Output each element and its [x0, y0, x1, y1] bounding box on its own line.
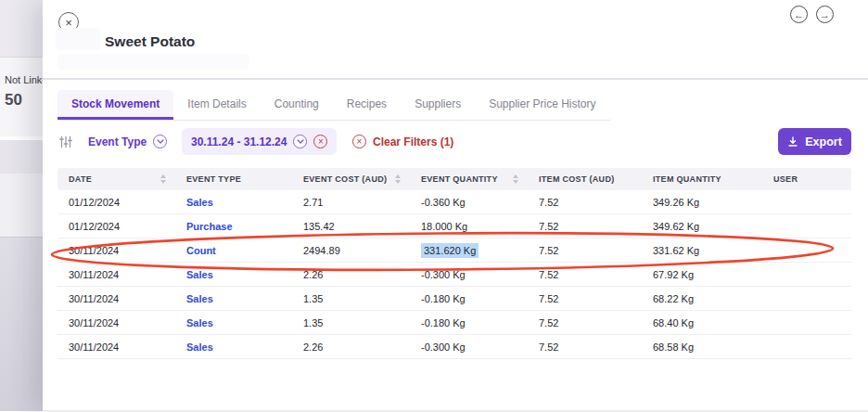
cell-item-cost: 7.52 — [528, 341, 642, 353]
event-type-link[interactable]: Count — [175, 245, 292, 256]
table-row[interactable]: 30/11/2024 Sales 2.26 -0.300 Kg 7.52 67.… — [57, 263, 851, 287]
cell-item-quantity: 68.40 Kg — [642, 317, 762, 328]
tab-recipes[interactable]: Recipes — [333, 90, 401, 120]
subtitle-placeholder — [57, 54, 249, 70]
cell-item-cost: 7.52 — [528, 245, 642, 256]
sort-icon[interactable] — [160, 174, 166, 184]
cell-item-quantity: 349.26 Kg — [642, 197, 762, 208]
item-detail-panel: × ← → Sweet Potato Stock Movement Item D… — [43, 0, 868, 412]
background-section — [0, 174, 43, 237]
column-header-item-cost: ITEM COST (AUD) — [528, 174, 642, 184]
column-header-event-type: EVENT TYPE — [175, 174, 292, 184]
highlighted-value: 331.620 Kg — [421, 243, 479, 258]
screen: Not Linke 50 × ← → Sweet Potato Stock Mo… — [0, 0, 868, 412]
cell-item-quantity: 68.22 Kg — [642, 293, 762, 304]
table-row[interactable]: 30/11/2024 Sales 2.26 -0.300 Kg 7.52 68.… — [57, 335, 851, 359]
event-type-link[interactable]: Sales — [175, 341, 292, 353]
cell-event-quantity: -0.180 Kg — [410, 317, 528, 328]
cell-event-quantity: -0.180 Kg — [410, 293, 528, 304]
cell-event-cost: 135.42 — [292, 221, 410, 232]
table-row[interactable]: 30/11/2024 Sales 1.35 -0.180 Kg 7.52 68.… — [57, 287, 851, 311]
date-range-value: 30.11.24 - 31.12.24 — [191, 135, 287, 148]
page-title: Sweet Potato — [105, 33, 195, 50]
cell-date: 30/11/2024 — [57, 293, 175, 304]
column-header-user: USER — [762, 174, 851, 184]
tab-suppliers[interactable]: Suppliers — [401, 90, 475, 120]
cell-event-quantity: -0.360 Kg — [410, 197, 528, 208]
export-button[interactable]: Export — [778, 128, 851, 155]
cell-event-quantity: -0.300 Kg — [410, 341, 528, 353]
column-header-item-quantity: ITEM QUANTITY — [642, 174, 762, 184]
cell-event-quantity: 18.000 Kg — [410, 221, 528, 232]
cell-date: 01/12/2024 — [57, 197, 175, 208]
event-type-link[interactable]: Sales — [175, 293, 292, 304]
remove-date-filter-icon[interactable]: × — [313, 135, 327, 148]
cell-item-cost: 7.52 — [528, 293, 642, 304]
cell-date: 30/11/2024 — [57, 317, 175, 328]
column-header-event-quantity: EVENT QUANTITY — [410, 174, 528, 184]
cell-event-cost: 2.26 — [292, 341, 410, 353]
cell-item-quantity: 349.62 Kg — [642, 221, 762, 232]
table-header: DATE EVENT TYPE EVENT COST (AUD) EVENT Q… — [57, 168, 851, 190]
clear-filters-icon[interactable]: × — [352, 135, 366, 148]
header-divider — [43, 78, 868, 80]
cell-event-cost: 1.35 — [292, 317, 410, 328]
not-linked-count: 50 — [5, 91, 43, 109]
table-row[interactable]: 01/12/2024 Purchase 135.42 18.000 Kg 7.5… — [57, 214, 851, 238]
event-type-filter[interactable]: Event Type — [88, 135, 167, 148]
cell-item-quantity: 67.92 Kg — [642, 269, 762, 280]
table-row[interactable]: 01/12/2024 Sales 2.71 -0.360 Kg 7.52 349… — [57, 190, 851, 214]
chevron-down-icon[interactable] — [153, 135, 167, 148]
table-row-count-circled[interactable]: 30/11/2024 Count 2494.89 331.620 Kg 7.52… — [57, 238, 851, 263]
cell-date: 30/11/2024 — [57, 269, 175, 280]
cell-event-quantity-highlighted: 331.620 Kg — [410, 245, 528, 256]
filter-sliders-icon[interactable] — [59, 135, 72, 148]
tab-bar: Stock Movement Item Details Counting Rec… — [57, 90, 610, 121]
cell-date: 30/11/2024 — [57, 245, 175, 256]
event-type-link[interactable]: Sales — [175, 269, 292, 280]
cell-event-quantity: -0.300 Kg — [410, 269, 528, 280]
tab-supplier-price-history[interactable]: Supplier Price History — [475, 90, 609, 120]
cell-item-quantity: 68.58 Kg — [642, 341, 762, 353]
clear-filters[interactable]: × Clear Filters (1) — [352, 135, 453, 148]
download-icon — [787, 136, 798, 148]
column-header-event-cost: EVENT COST (AUD) — [292, 174, 410, 184]
event-type-filter-label: Event Type — [88, 135, 147, 148]
date-range-filter[interactable]: 30.11.24 - 31.12.24 × — [182, 128, 337, 155]
cell-item-cost: 7.52 — [528, 317, 642, 328]
cell-date: 01/12/2024 — [57, 221, 175, 232]
event-type-link[interactable]: Sales — [175, 317, 292, 328]
cell-item-cost: 7.52 — [528, 221, 642, 232]
next-record-button[interactable]: → — [816, 6, 834, 23]
thumbnail-placeholder — [56, 28, 100, 50]
event-type-link[interactable]: Sales — [175, 197, 292, 208]
background-skeleton-block — [0, 140, 43, 174]
cell-item-cost: 7.52 — [528, 269, 642, 280]
cell-event-cost: 2.26 — [292, 269, 410, 280]
tab-item-details[interactable]: Item Details — [173, 90, 260, 120]
cell-event-cost: 2494.89 — [292, 245, 410, 256]
column-header-date: DATE — [57, 174, 175, 184]
background-card: Not Linke 50 — [0, 58, 43, 136]
previous-record-button[interactable]: ← — [790, 6, 808, 23]
cell-item-cost: 7.52 — [528, 197, 642, 208]
background-dimmed-area — [0, 237, 43, 411]
filter-bar: Event Type 30.11.24 - 31.12.24 × × Clear… — [43, 128, 868, 156]
not-linked-label: Not Linke — [5, 74, 43, 85]
background-page: Not Linke 50 — [0, 0, 43, 412]
sort-icon[interactable] — [395, 174, 401, 184]
cell-date: 30/11/2024 — [57, 341, 175, 353]
table-row[interactable]: 30/11/2024 Sales 1.35 -0.180 Kg 7.52 68.… — [57, 311, 851, 335]
tab-stock-movement[interactable]: Stock Movement — [57, 90, 173, 120]
event-type-link[interactable]: Purchase — [175, 221, 292, 232]
background-topbar — [0, 0, 43, 58]
clear-filters-label: Clear Filters (1) — [373, 135, 453, 148]
tab-counting[interactable]: Counting — [261, 90, 333, 120]
stock-movement-table: DATE EVENT TYPE EVENT COST (AUD) EVENT Q… — [57, 168, 851, 359]
cell-item-quantity: 331.62 Kg — [642, 245, 762, 256]
sort-icon[interactable] — [513, 174, 518, 184]
export-button-label: Export — [805, 135, 842, 148]
chevron-down-icon[interactable] — [293, 135, 307, 148]
cell-event-cost: 2.71 — [292, 197, 410, 208]
record-navigation: ← → — [790, 6, 834, 23]
